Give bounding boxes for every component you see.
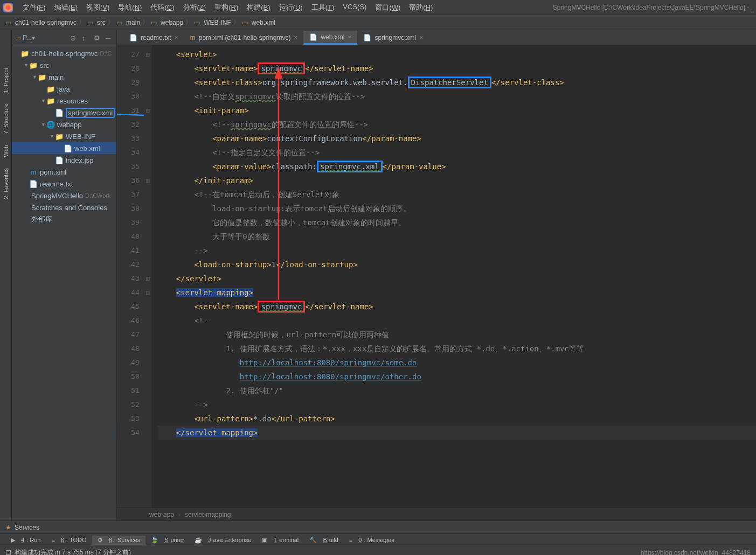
file-icon: 📁 [46,97,55,105]
toolwindow-tab[interactable]: ▶ 4: Run [5,536,46,545]
code-editor[interactable]: <servlet> <servlet-name>springmvc</servl… [151,45,756,508]
menu-bar: 文件(F)编辑(E)视图(V)导航(N)代码(C)分析(Z)重构(R)构建(B)… [0,0,756,15]
tree-label: 外部库 [31,214,52,224]
tree-row[interactable]: 📁ch01-hello-springmvcD:\C [12,47,116,59]
watermark-url: https://blog.csdn.net/weixin_44827418 [641,549,751,556]
file-icon: 📄 [363,34,371,41]
menu-item[interactable]: 帮助(H) [405,2,437,13]
menu-item[interactable]: 重构(R) [210,2,242,13]
left-tab[interactable]: 1: Project [2,63,10,98]
tree-row[interactable]: mpom.xml [12,166,116,178]
file-icon: 📄 [129,34,137,41]
fold-gutter: ⊟⊟⊞⊞⊟ [144,45,151,508]
close-icon[interactable]: × [419,34,423,41]
line-number-gutter: 2728293031323334353637383940414243444546… [117,45,144,508]
build-status-icon: ☐ [5,549,11,556]
tree-label: WEB-INF [66,133,95,141]
tree-row[interactable]: 📁java [12,83,116,95]
file-icon: m [29,168,38,176]
tree-label: src [40,61,49,70]
file-icon: 📁 [38,73,46,81]
tree-row[interactable]: ▼📁WEB-INF [12,130,116,142]
toolwindow-tab[interactable]: 🍃 Spring [145,536,189,545]
crumb-web-app[interactable]: web-app [149,511,174,518]
menu-item[interactable]: VCS(S) [338,2,371,13]
tree-row[interactable]: ▼🌐webapp [12,119,116,130]
menu-item[interactable]: 视图(V) [82,2,114,13]
menu-item[interactable]: 窗口(W) [371,2,405,13]
app-logo-icon [3,3,13,12]
tree-label: SpringMVCHello [31,192,83,200]
tool-icon: ⚙ [98,537,103,544]
close-icon[interactable]: × [348,33,351,41]
breadcrumb-item[interactable]: ▭ch01-hello-springmvc [5,19,77,26]
collapse-icon[interactable]: ↕ [82,34,89,41]
toolwindow-tab[interactable]: ⚙ 8: Services [92,536,145,545]
hide-icon[interactable]: ─ [106,34,113,41]
file-icon: 📁 [29,61,38,70]
left-tab[interactable]: Web [2,140,10,162]
editor-tab[interactable]: 📄web.xml× [303,31,357,45]
project-panel-title: P... [23,34,31,41]
toolwindow-tab[interactable]: 🔨 Build [304,536,344,545]
gear-icon[interactable]: ⚙ [94,34,101,41]
tree-row[interactable]: ▼📁main [12,71,116,83]
tree-row[interactable]: 📄web.xml [12,142,116,154]
editor-breadcrumb: web-app › servlet-mapping [117,508,756,521]
tool-icon: ≡ [51,537,54,543]
tree-row[interactable]: Scratches and Consoles [12,202,116,213]
tree-row[interactable]: SpringMVCHelloD:\CWork [12,190,116,202]
services-label[interactable]: Services [15,524,39,531]
folder-icon: ▭ [15,34,21,41]
menu-item[interactable]: 编辑(E) [50,2,82,13]
project-tree[interactable]: 📁ch01-hello-springmvcD:\C▼📁src▼📁main📁jav… [12,45,116,227]
tree-row[interactable]: ▼📁resources [12,95,116,107]
menu-item[interactable]: 运行(U) [275,2,307,13]
tool-icon: 🔨 [309,537,317,544]
editor-tab[interactable]: mpom.xml (ch01-hello-springmvc)× [184,31,304,45]
menu-item[interactable]: 文件(F) [18,2,50,13]
breadcrumb-item[interactable]: ▭web.xml [242,19,275,26]
tool-icon: ≡ [349,537,352,543]
editor-tab[interactable]: 📄springmvc.xml× [357,31,429,45]
tree-row[interactable]: 外部库 [12,213,116,225]
menu-item[interactable]: 构建(B) [242,2,274,13]
tree-row[interactable]: ▼📁src [12,59,116,71]
breadcrumb-item[interactable]: ▭src [87,19,106,26]
breadcrumb-item[interactable]: ▭main [116,19,140,26]
tool-icon: ▶ [11,537,15,544]
left-tab[interactable]: 2: Favorites [2,163,10,204]
menu-item[interactable]: 代码(C) [146,2,178,13]
menu-item[interactable]: 工具(T) [307,2,339,13]
tree-row[interactable]: 📄springmvc.xml [12,107,116,119]
menu-item[interactable]: 导航(N) [114,2,146,13]
breadcrumb-item[interactable]: ▭WEB-INF [194,19,231,26]
left-tab[interactable]: 7: Structure [2,98,10,140]
toolwindow-tab[interactable]: ▣ Terminal [256,536,304,545]
close-icon[interactable]: × [294,34,297,41]
editor-tab[interactable]: 📄readme.txt× [123,31,184,45]
crumb-servlet-mapping[interactable]: servlet-mapping [185,511,231,518]
status-bar: ☐ 构建成功完成 in 7 s 755 ms (7 分钟之前) https://… [0,546,756,555]
tree-row[interactable]: 📄readme.txt [12,178,116,190]
toolwindow-tab[interactable]: ≡ 0: Messages [344,536,400,544]
breadcrumb-item[interactable]: ▭webapp [151,19,183,26]
status-message: 构建成功完成 in 7 s 755 ms (7 分钟之前) [15,548,131,555]
file-icon: 📄 [309,33,317,41]
file-icon: 🌐 [46,121,55,129]
tree-row[interactable]: 📄index.jsp [12,154,116,166]
tool-icon: 🍃 [151,537,158,544]
star-icon: ★ [5,524,11,531]
tool-icon: ▣ [262,537,267,544]
menu-item[interactable]: 分析(Z) [179,2,211,13]
select-file-icon[interactable]: ⊕ [70,34,78,41]
toolwindow-tab[interactable]: ☕ Java Enterprise [189,536,257,545]
project-panel: ▭ P... ▾ ⊕ ↕ ⚙ ─ 📁ch01-hello-springmvcD:… [12,30,117,521]
file-icon: 📁 [55,133,64,141]
close-icon[interactable]: × [175,34,178,41]
toolwindow-tab[interactable]: ≡ 6: TODO [46,536,92,544]
file-icon: 📄 [29,180,38,188]
navigation-breadcrumb: ▭ch01-hello-springmvc〉▭src〉▭main〉▭webapp… [0,15,756,30]
tree-label: resources [57,97,88,105]
file-icon: 📄 [55,156,64,164]
